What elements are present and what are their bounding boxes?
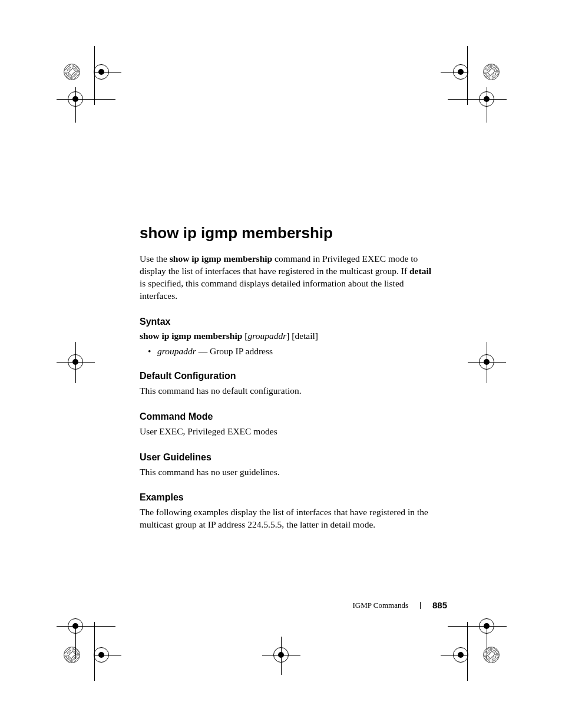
user-guidelines-heading: User Guidelines [140, 452, 431, 463]
command-title: show ip igmp membership [140, 224, 431, 242]
command-mode-body: User EXEC, Privileged EXEC modes [140, 426, 431, 438]
default-config-body: This command has no default configuratio… [140, 385, 431, 397]
command-mode-heading: Command Mode [140, 411, 431, 422]
page-content: show ip igmp membership Use the show ip … [140, 224, 431, 545]
syntax-usage: show ip igmp membership [groupaddr] [det… [140, 331, 431, 341]
footer-page-number: 885 [432, 600, 447, 610]
default-config-heading: Default Configuration [140, 371, 431, 381]
page-footer: IGMP Commands 885 [352, 600, 447, 610]
examples-heading: Examples [140, 492, 431, 503]
syntax-heading: Syntax [140, 317, 431, 327]
footer-section-title: IGMP Commands [352, 601, 408, 610]
syntax-param-bullet: groupaddr — Group IP address [140, 346, 431, 357]
examples-body: The following examples display the list … [140, 506, 431, 531]
command-description: Use the show ip igmp membership command … [140, 253, 431, 302]
footer-divider [420, 602, 421, 609]
user-guidelines-body: This command has no user guidelines. [140, 466, 431, 479]
